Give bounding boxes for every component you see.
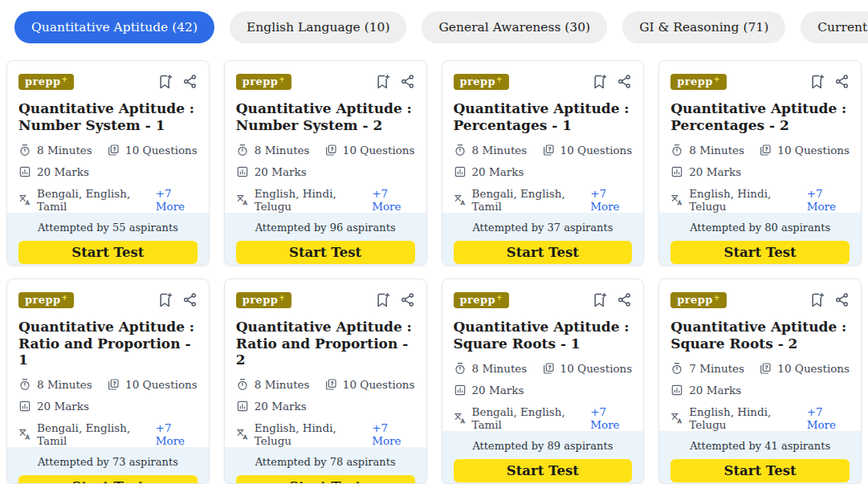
stopwatch-icon: [236, 144, 249, 157]
tab-general-awareness[interactable]: General Awareness (30): [422, 11, 607, 43]
test-card: prepp+ Quantitative Aptitude : Square Ro…: [658, 279, 862, 484]
bookmark-plus-icon[interactable]: [809, 74, 825, 90]
stopwatch-icon: [454, 144, 467, 157]
start-test-button[interactable]: Start Test: [454, 241, 633, 264]
test-title: Quantitative Aptitude : Percentages - 2: [670, 100, 850, 134]
questions-label: 10 Questions: [125, 144, 198, 157]
marks-label: 20 Marks: [37, 165, 89, 178]
tab-gi-reasoning[interactable]: GI & Reasoning (71): [622, 11, 785, 43]
attempted-count: Attempted by 73 aspirants: [18, 456, 198, 468]
test-meta: 8 Minutes ? 10 Questions 20 Marks: [236, 144, 415, 213]
more-languages-link[interactable]: +7 More: [372, 187, 414, 213]
bookmark-plus-icon[interactable]: [157, 292, 173, 308]
start-test-button[interactable]: Start Test: [236, 475, 415, 484]
test-card: prepp+ Quantitative Aptitude : Ratio and…: [224, 279, 427, 484]
questions-item: ? 10 Questions: [107, 378, 198, 391]
marks-item: 20 Marks: [670, 384, 741, 397]
prepp-logo-plus: +: [279, 76, 285, 83]
prepp-logo: prepp+: [236, 74, 291, 90]
svg-text:?: ?: [548, 364, 551, 370]
attempted-count: Attempted by 80 aspirants: [670, 222, 850, 234]
share-icon[interactable]: [617, 292, 632, 308]
questions-label: 10 Questions: [125, 378, 198, 391]
languages-label: Bengali, English, Tamil: [472, 187, 581, 213]
marks-label: 20 Marks: [472, 384, 524, 397]
svg-text:A: A: [25, 434, 31, 441]
languages-item: A Bengali, English, Tamil +7 More: [18, 187, 198, 213]
share-icon[interactable]: [182, 292, 198, 308]
duration-item: 8 Minutes: [454, 144, 528, 157]
questions-label: 10 Questions: [343, 144, 415, 157]
questions-label: 10 Questions: [777, 362, 850, 375]
tab-english-language[interactable]: English Language (10): [230, 11, 407, 43]
languages-item: A Bengali, English, Tamil +7 More: [18, 421, 198, 447]
svg-text:?: ?: [113, 380, 116, 386]
question-card-icon: ?: [324, 378, 337, 391]
bookmark-plus-icon[interactable]: [592, 74, 608, 90]
test-meta: 8 Minutes ? 10 Questions 20 Marks: [18, 378, 198, 447]
share-icon[interactable]: [617, 74, 632, 90]
more-languages-link[interactable]: +7 More: [807, 405, 850, 431]
start-test-button[interactable]: Start Test: [454, 459, 633, 482]
duration-item: 8 Minutes: [18, 378, 92, 391]
translate-icon: A: [670, 193, 683, 206]
prepp-logo-plus: +: [61, 295, 67, 302]
bar-chart-icon: [18, 165, 31, 178]
prepp-logo: prepp+: [454, 74, 509, 90]
bookmark-plus-icon[interactable]: [809, 292, 825, 308]
test-meta: 8 Minutes ? 10 Questions 20 Marks: [454, 144, 633, 213]
test-card-footer: Attempted by 96 aspirants Start Test: [225, 213, 426, 266]
test-card-body: prepp+ Quantitative Aptitude : Percentag…: [442, 61, 644, 213]
duration-item: 8 Minutes: [454, 362, 528, 375]
translate-icon: A: [454, 193, 467, 206]
svg-text:?: ?: [331, 380, 333, 386]
test-card-body: prepp+ Quantitative Aptitude : Square Ro…: [442, 279, 644, 431]
question-card-icon: ?: [542, 144, 555, 157]
more-languages-link[interactable]: +7 More: [807, 187, 850, 213]
svg-text:?: ?: [765, 364, 768, 370]
attempted-count: Attempted by 41 aspirants: [670, 440, 850, 452]
question-card-icon: ?: [324, 144, 337, 157]
duration-item: 7 Minutes: [670, 362, 744, 375]
share-icon[interactable]: [182, 74, 198, 90]
start-test-button[interactable]: Start Test: [18, 475, 198, 484]
test-card: prepp+ Quantitative Aptitude : Percentag…: [442, 60, 645, 266]
test-meta: 8 Minutes ? 10 Questions 20 Marks: [670, 144, 850, 213]
bookmark-plus-icon[interactable]: [592, 292, 608, 308]
test-meta: 8 Minutes ? 10 Questions 20 Marks: [236, 378, 415, 447]
share-icon[interactable]: [834, 74, 850, 90]
questions-item: ? 10 Questions: [324, 378, 415, 391]
more-languages-link[interactable]: +7 More: [156, 421, 198, 447]
start-test-button[interactable]: Start Test: [236, 241, 415, 264]
tab-current-affairs[interactable]: Current Affairs (2024) (21): [801, 11, 868, 43]
duration-label: 8 Minutes: [255, 144, 310, 157]
marks-item: 20 Marks: [18, 400, 89, 413]
test-meta: 8 Minutes ? 10 Questions 20 Marks: [454, 362, 633, 431]
more-languages-link[interactable]: +7 More: [590, 187, 632, 213]
svg-text:A: A: [459, 200, 465, 206]
more-languages-link[interactable]: +7 More: [590, 405, 632, 431]
start-test-button[interactable]: Start Test: [18, 241, 198, 264]
question-card-icon: ?: [107, 144, 120, 157]
start-test-button[interactable]: Start Test: [670, 459, 850, 482]
bar-chart-icon: [236, 165, 249, 178]
svg-text:A: A: [459, 418, 465, 425]
test-card-footer: Attempted by 55 aspirants Start Test: [7, 213, 209, 266]
bookmark-plus-icon[interactable]: [375, 292, 391, 308]
test-card: prepp+ Quantitative Aptitude : Number Sy…: [224, 60, 427, 266]
bookmark-plus-icon[interactable]: [157, 74, 173, 90]
bookmark-plus-icon[interactable]: [375, 74, 391, 90]
start-test-button[interactable]: Start Test: [670, 241, 850, 264]
marks-label: 20 Marks: [472, 165, 524, 178]
share-icon[interactable]: [834, 292, 850, 308]
test-card-body: prepp+ Quantitative Aptitude : Percentag…: [659, 61, 861, 213]
tab-quantitative-aptitude[interactable]: Quantitative Aptitude (42): [14, 11, 214, 43]
share-icon[interactable]: [400, 292, 415, 308]
prepp-logo-plus: +: [714, 76, 720, 83]
bar-chart-icon: [236, 400, 249, 413]
stopwatch-icon: [236, 378, 249, 391]
more-languages-link[interactable]: +7 More: [156, 187, 198, 213]
share-icon[interactable]: [400, 74, 415, 90]
more-languages-link[interactable]: +7 More: [372, 421, 414, 447]
duration-label: 8 Minutes: [472, 144, 528, 157]
